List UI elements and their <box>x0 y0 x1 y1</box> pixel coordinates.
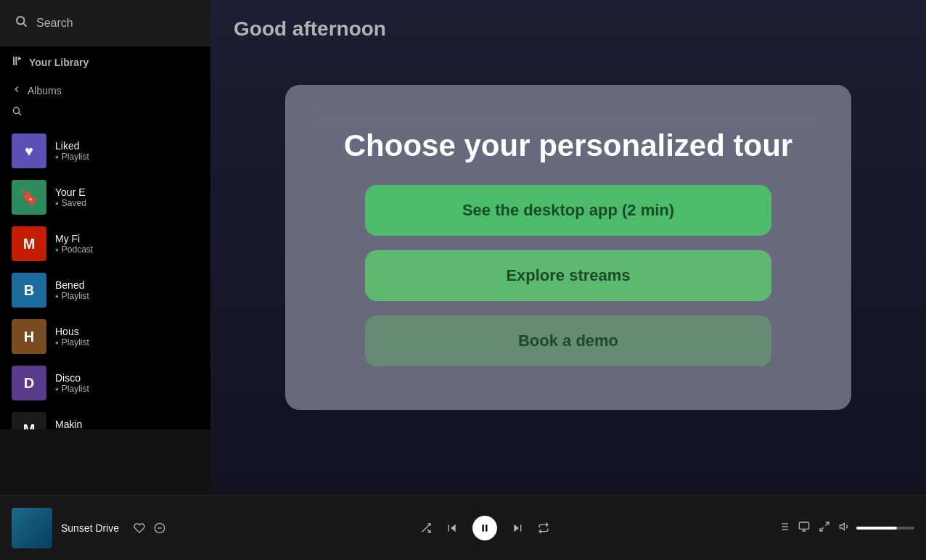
item-name: Your E <box>55 186 86 198</box>
item-dot: ● <box>55 293 59 300</box>
explore-streams-button[interactable]: Explore streams <box>365 250 771 301</box>
player-track-name: Sunset Drive <box>61 522 119 534</box>
player-track-info: Sunset Drive <box>61 522 119 534</box>
library-search-icon <box>12 107 22 118</box>
volume-control[interactable] <box>839 521 914 535</box>
fullscreen-button[interactable] <box>819 521 830 535</box>
item-dot: ● <box>55 339 59 346</box>
svg-marker-10 <box>451 524 456 532</box>
book-demo-button[interactable]: Book a demo <box>365 316 771 366</box>
svg-rect-22 <box>799 522 808 529</box>
player-controls <box>226 516 743 540</box>
modal-overlay: Choose your personalized tour See the de… <box>210 0 926 495</box>
item-sub: ●Playlist <box>55 152 89 162</box>
item-info: Hous ●Playlist <box>55 326 89 347</box>
library-item[interactable]: M Makin ●Podcast <box>0 406 210 429</box>
remove-button[interactable] <box>154 522 165 534</box>
item-sub: ●Playlist <box>55 384 89 394</box>
search-label: Search <box>36 17 73 30</box>
library-header: Your Library <box>0 46 210 78</box>
svg-rect-3 <box>15 57 17 65</box>
albums-label: Albums <box>28 85 62 96</box>
tour-modal: Choose your personalized tour See the de… <box>285 85 851 410</box>
item-info: My Fi ●Podcast <box>55 233 93 255</box>
desktop-app-button[interactable]: See the desktop app (2 min) <box>365 185 771 236</box>
item-sub: ●Playlist <box>55 337 89 347</box>
svg-rect-13 <box>485 524 487 531</box>
prev-button[interactable] <box>446 522 458 534</box>
item-info: Your E ●Saved <box>55 186 86 208</box>
item-dot: ● <box>55 386 59 392</box>
heart-button[interactable] <box>134 522 145 534</box>
item-name: Makin <box>55 419 93 429</box>
item-name: Disco <box>55 372 89 384</box>
item-art: B <box>12 273 46 308</box>
search-bar[interactable]: Search <box>0 0 210 46</box>
item-sub: ●Podcast <box>55 244 93 255</box>
player-album-art <box>12 508 52 548</box>
player-track-section: Sunset Drive <box>12 508 215 548</box>
main-area: Search Your Library <box>0 0 926 495</box>
item-info: Makin ●Podcast <box>55 419 93 429</box>
item-dot: ● <box>55 200 59 207</box>
devices-button[interactable] <box>798 521 810 535</box>
sidebar: Search Your Library <box>0 0 210 429</box>
library-item[interactable]: M My Fi ●Podcast <box>0 221 210 267</box>
svg-point-4 <box>13 107 19 113</box>
volume-track[interactable] <box>856 527 914 530</box>
item-dot: ● <box>55 154 59 160</box>
item-art: 🔖 <box>12 180 46 215</box>
item-art: M <box>12 226 46 261</box>
player-track-icons <box>134 522 165 534</box>
search-icon <box>15 15 28 31</box>
play-pause-button[interactable] <box>472 516 497 540</box>
volume-fill <box>856 527 897 530</box>
svg-line-5 <box>19 113 21 115</box>
library-item[interactable]: 🔖 Your E ●Saved <box>0 174 210 221</box>
item-name: Bened <box>55 279 89 291</box>
volume-icon[interactable] <box>839 521 851 535</box>
library-items-list: ♥ Liked ●Playlist 🔖 Your E ●Saved M <box>0 125 210 429</box>
item-info: Bened ●Playlist <box>55 279 89 301</box>
library-back-button[interactable] <box>12 84 22 97</box>
svg-point-0 <box>17 17 25 25</box>
svg-marker-14 <box>514 524 519 532</box>
repeat-button[interactable] <box>538 522 549 534</box>
library-item[interactable]: H Hous ●Playlist <box>0 313 210 360</box>
item-sub: ●Playlist <box>55 291 89 301</box>
item-name: Hous <box>55 326 89 337</box>
item-art: ♥ <box>12 133 46 168</box>
queue-button[interactable] <box>778 521 790 535</box>
svg-rect-12 <box>483 524 484 531</box>
svg-rect-2 <box>13 57 15 65</box>
item-dot: ● <box>55 247 59 253</box>
item-info: Disco ●Playlist <box>55 372 89 394</box>
modal-title: Choose your personalized tour <box>344 128 792 163</box>
app-layout: Search Your Library <box>0 0 926 560</box>
item-info: Liked ●Playlist <box>55 140 89 162</box>
library-search[interactable] <box>0 103 210 125</box>
item-name: Liked <box>55 140 89 152</box>
library-icon <box>12 55 23 70</box>
shuffle-button[interactable] <box>420 522 432 534</box>
library-item[interactable]: B Bened ●Playlist <box>0 267 210 313</box>
item-art: H <box>12 319 46 354</box>
svg-line-25 <box>825 522 829 526</box>
library-back-row: Albums <box>0 78 210 103</box>
library-item[interactable]: ♥ Liked ●Playlist <box>0 128 210 174</box>
item-name: My Fi <box>55 233 93 244</box>
player-extras <box>755 521 914 535</box>
next-button[interactable] <box>512 522 523 534</box>
svg-marker-27 <box>840 523 844 530</box>
svg-line-1 <box>23 23 26 26</box>
main-content: Good afternoon Choose your personalized … <box>210 0 926 495</box>
item-art: M <box>12 412 46 429</box>
library-item[interactable]: D Disco ●Playlist <box>0 360 210 406</box>
library-label: Your Library <box>29 57 89 68</box>
svg-line-26 <box>820 527 824 531</box>
item-sub: ●Saved <box>55 198 86 208</box>
player-bar: Sunset Drive <box>0 495 926 560</box>
item-art: D <box>12 366 46 400</box>
player-buttons <box>420 516 549 540</box>
library-section: Your Library Albums <box>0 46 210 429</box>
